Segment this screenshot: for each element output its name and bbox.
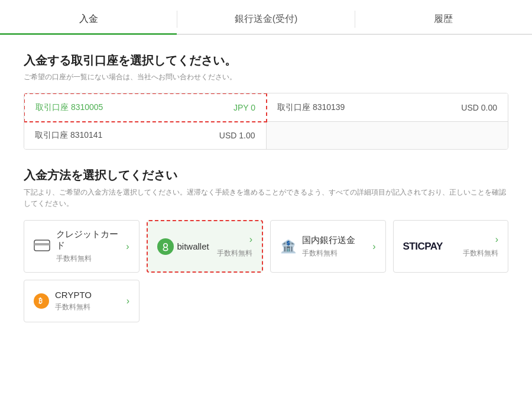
tab-deposit[interactable]: 入金 [0, 5, 177, 34]
account-section-title: 入金する取引口座を選択してください。 [24, 53, 508, 69]
sticpay-chevron: › [495, 234, 498, 245]
sticpay-logo: STICPAY [403, 241, 443, 253]
bank-fee: 手数料無料 [302, 248, 355, 258]
main-content: 入金する取引口座を選択してください。 ご希望の口座が一覧にない場合は、当社へお問… [0, 35, 532, 340]
account-card-8310139[interactable]: 取引口座 8310139 USD 0.00 [267, 93, 508, 122]
credit-card-chevron: › [126, 241, 129, 252]
payment-method-sticpay[interactable]: STICPAY › 手数料無料 [393, 220, 509, 273]
bitwallet-icon [157, 238, 174, 255]
payment-method-bitwallet[interactable]: bitwallet › 手数料無料 [147, 220, 264, 273]
bitwallet-text: bitwallet [177, 241, 209, 251]
crypto-label: CRYPTO [55, 290, 92, 300]
account-section: 入金する取引口座を選択してください。 ご希望の口座が一覧にない場合は、当社へお問… [24, 53, 508, 150]
payment-section: 入金方法を選択してください 下記より、ご希望の入金方法を選択してください。遅滞な… [24, 167, 508, 322]
payment-section-subtitle: 下記より、ご希望の入金方法を選択してください。遅滞なく手続きを進めることができる… [24, 187, 508, 209]
crypto-chevron: › [126, 296, 129, 306]
crypto-fee: 手数料無料 [55, 302, 92, 312]
tab-bank-transfer[interactable]: 銀行送金(受付) [177, 5, 354, 34]
account-row-bottom: 取引口座 8310141 USD 1.00 [24, 122, 508, 149]
svg-rect-1 [34, 243, 50, 245]
account-balance-8310139: USD 0.00 [461, 103, 497, 112]
payment-method-credit[interactable]: クレジットカード 手数料無料 › [24, 220, 140, 273]
account-row-top: 取引口座 8310005 JPY 0 取引口座 8310139 USD 0.00 [24, 93, 508, 122]
account-name-8310141: 取引口座 8310141 [35, 130, 102, 141]
payment-grid: クレジットカード 手数料無料 › [24, 220, 508, 322]
payment-row-2: ₿ CRYPTO 手数料無料 › [24, 280, 508, 322]
bitwallet-fee: 手数料無料 [217, 248, 252, 258]
bitwallet-chevron: › [249, 234, 252, 245]
sticpay-fee: 手数料無料 [463, 248, 498, 258]
payment-row-2-spacer [147, 280, 508, 322]
tab-bar: 入金 銀行送金(受付) 履歴 [0, 0, 532, 35]
crypto-icon: ₿ [34, 293, 49, 309]
svg-text:₿: ₿ [38, 297, 43, 305]
account-grid: 取引口座 8310005 JPY 0 取引口座 8310139 USD 0.00… [24, 93, 508, 150]
tab-history[interactable]: 履歴 [355, 5, 532, 34]
credit-card-fee: 手数料無料 [56, 254, 126, 264]
bitwallet-logo: bitwallet [157, 238, 209, 255]
account-name-8310005: 取引口座 8310005 [35, 102, 103, 113]
payment-row-1: クレジットカード 手数料無料 › [24, 220, 508, 273]
bank-label: 国内銀行送金 [302, 235, 355, 246]
payment-method-crypto[interactable]: ₿ CRYPTO 手数料無料 › [24, 280, 140, 322]
account-balance-8310141: USD 1.00 [219, 131, 255, 140]
credit-card-icon [34, 240, 50, 254]
payment-section-title: 入金方法を選択してください [24, 167, 508, 183]
credit-card-label: クレジットカード [56, 229, 126, 251]
account-section-subtitle: ご希望の口座が一覧にない場合は、当社へお問い合わせください。 [24, 72, 508, 82]
account-balance-8310005: JPY 0 [233, 103, 255, 112]
account-name-8310139: 取引口座 8310139 [277, 102, 345, 113]
account-card-8310141[interactable]: 取引口座 8310141 USD 1.00 [24, 122, 267, 149]
bank-icon: 🏦 [280, 239, 296, 254]
account-card-8310005[interactable]: 取引口座 8310005 JPY 0 [24, 93, 267, 122]
payment-method-bank[interactable]: 🏦 国内銀行送金 手数料無料 › [270, 220, 386, 273]
account-card-empty [267, 122, 508, 149]
bank-chevron: › [372, 241, 375, 252]
